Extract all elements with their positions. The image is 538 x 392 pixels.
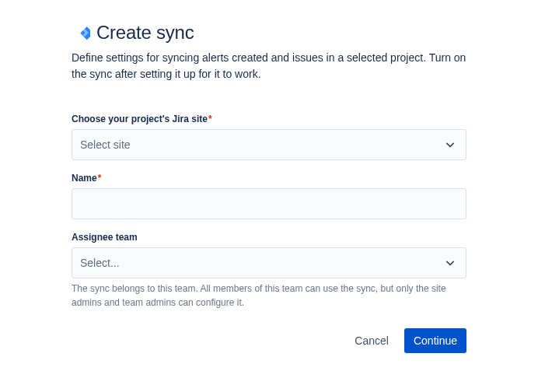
cancel-button[interactable]: Cancel [345,328,398,353]
field-name: Name* [72,173,466,219]
continue-button[interactable]: Continue [404,328,466,353]
name-label: Name* [72,173,466,184]
chevron-down-icon [442,137,458,152]
jira-site-select[interactable]: Select site [72,129,466,160]
field-jira-site: Choose your project's Jira site* Select … [72,114,466,160]
dialog-title: Create sync [96,22,194,44]
assignee-team-select[interactable]: Select... [72,247,466,278]
assignee-helper-text: The sync belongs to this team. All membe… [72,282,466,310]
jira-site-placeholder: Select site [80,138,131,151]
name-input[interactable] [72,188,466,219]
jira-icon [72,23,90,42]
required-marker: * [208,114,212,124]
assignee-label: Assignee team [72,232,466,243]
assignee-placeholder: Select... [80,257,120,269]
field-assignee-team: Assignee team Select... The sync belongs… [72,232,466,310]
dialog-description: Define settings for syncing alerts creat… [72,50,466,82]
dialog-footer: Cancel Continue [72,328,466,353]
jira-site-label: Choose your project's Jira site* [72,114,466,124]
required-marker: * [98,173,102,184]
dialog-header: Create sync [72,22,466,44]
chevron-down-icon [442,255,458,271]
